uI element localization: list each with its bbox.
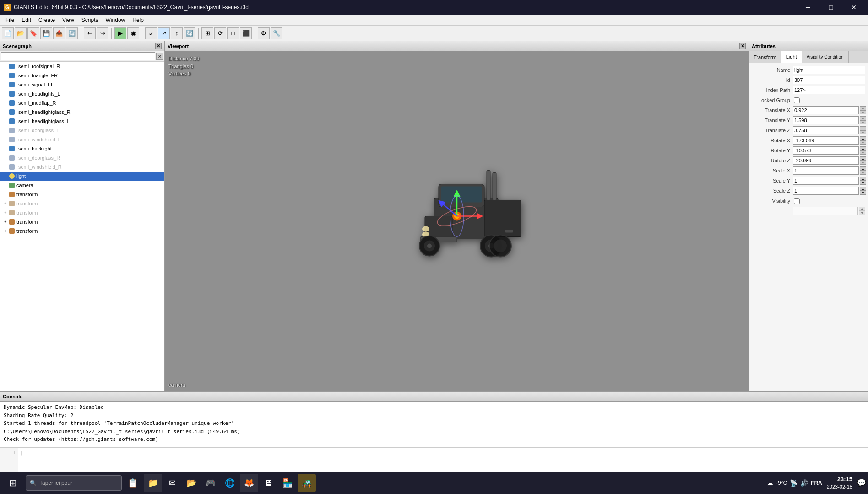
attr-arrow-down-rotate-x[interactable]: ▼ [860, 140, 866, 145]
tree-item-semi_doorglass_R[interactable]: semi_doorglass_R [0, 153, 164, 162]
toolbar-multi[interactable]: 🔄 [184, 27, 195, 39]
toolbar-translate[interactable]: ↙ [145, 27, 157, 39]
taskbar-app-store[interactable]: 🏪 [278, 474, 297, 492]
menu-view[interactable]: View [59, 15, 78, 26]
scenegraph-search-input[interactable] [1, 52, 155, 60]
tree-item-semi_windshield_L[interactable]: semi_windshield_L [0, 135, 164, 144]
toolbar-undo[interactable]: ↩ [84, 27, 96, 39]
attr-arrow-down-translate-x[interactable]: ▼ [860, 110, 866, 114]
toolbar-camera-view[interactable]: □ [227, 27, 239, 39]
attr-arrow-up-rotate-x[interactable]: ▲ [860, 136, 866, 140]
tree-expand[interactable]: + [2, 200, 9, 207]
attr-arrow-up-translate-z[interactable]: ▲ [860, 126, 866, 130]
taskbar-clock[interactable]: 23:15 2023-02-18 [827, 475, 852, 491]
taskbar-app-folder[interactable]: 📂 [182, 474, 201, 492]
tree-item-transform-1[interactable]: transform [0, 190, 164, 199]
attr-arrow-up-rotate-z[interactable]: ▲ [860, 156, 866, 161]
console-input[interactable]: | [18, 448, 868, 475]
toolbar-scale[interactable]: ↕ [171, 27, 183, 39]
viewport-close[interactable]: ✕ [739, 43, 746, 49]
scenegraph-search-clear[interactable]: ✕ [156, 53, 163, 60]
tree-expand[interactable]: + [2, 209, 9, 216]
tree-item-semi_headlightglass_L[interactable]: semi_headlightglass_L [0, 117, 164, 126]
toolbar-settings[interactable]: ⚙ [258, 27, 270, 39]
toolbar-tools[interactable]: 🔧 [271, 27, 282, 39]
attr-input-rotate-x[interactable] [793, 136, 859, 145]
tab-visibility-condition[interactable]: Visibility Condition [802, 51, 849, 63]
toolbar-play[interactable]: ▶ [114, 27, 126, 39]
attr-arrow-down-translate-y[interactable]: ▼ [860, 120, 866, 124]
tree-item-semi_signal_FL[interactable]: semi_signal_FL [0, 80, 164, 89]
close-button[interactable]: ✕ [843, 0, 864, 15]
attr-arrow-down-scale-y[interactable]: ▼ [860, 181, 866, 185]
taskbar-app-firefox[interactable]: 🦊 [240, 474, 258, 492]
attr-arrow-up-rotate-y[interactable]: ▲ [860, 146, 866, 150]
tree-item-camera[interactable]: camera [0, 181, 164, 190]
tab-transform[interactable]: Transform [749, 51, 781, 63]
tree-item-transform-5[interactable]: + transform [0, 226, 164, 236]
cloud-icon[interactable]: ☁ [767, 479, 773, 487]
attr-arrow-down-translate-z[interactable]: ▼ [860, 130, 866, 134]
taskbar-app-browser-edge[interactable]: 🌐 [221, 474, 239, 492]
attr-input-rotate-z[interactable] [793, 156, 859, 165]
scenegraph-close[interactable]: ✕ [155, 43, 162, 49]
attr-input-translate-x[interactable] [793, 106, 859, 114]
attr-arrow-up-scale-x[interactable]: ▲ [860, 166, 866, 171]
notification-icon[interactable]: 💬 [857, 478, 866, 487]
volume-icon[interactable]: 🔊 [800, 479, 808, 487]
tab-light[interactable]: Light [781, 51, 802, 63]
tree-item-transform-3[interactable]: + transform [0, 208, 164, 217]
attr-arrow-down-rotate-y[interactable]: ▼ [860, 150, 866, 155]
tree-item-semi_roofsignal_R[interactable]: semi_roofsignal_R [0, 62, 164, 71]
tree-expand[interactable]: + [2, 218, 9, 226]
tree-expand[interactable]: + [2, 227, 9, 235]
attr-input-index-path[interactable] [793, 86, 865, 94]
attr-arrow-down-clip[interactable]: ▼ [859, 211, 865, 215]
tree-item-semi_headlightglass_R[interactable]: semi_headlightglass_R [0, 107, 164, 117]
tree-item-light[interactable]: light [0, 172, 164, 181]
tree-item-semi_backlight[interactable]: semi_backlight [0, 144, 164, 153]
toolbar-redo[interactable]: ↪ [97, 27, 108, 39]
task-view-button[interactable]: 📋 [124, 474, 142, 492]
tree-item-semi_mudflap_R[interactable]: semi_mudflap_R [0, 98, 164, 107]
attr-arrow-up-translate-x[interactable]: ▲ [860, 106, 866, 110]
tree-item-semi_headlights_L[interactable]: semi_headlights_L [0, 89, 164, 98]
attr-input-clip[interactable] [793, 207, 858, 215]
menu-help[interactable]: Help [129, 15, 147, 26]
viewport-body[interactable]: Distance 7.39 Triangles 0 Vertices 0 [165, 51, 749, 391]
toolbar-open[interactable]: 📂 [15, 27, 27, 39]
attr-input-name[interactable] [793, 66, 865, 74]
toolbar-render[interactable]: ⬛ [240, 27, 252, 39]
tree-item-semi_doorglass_L[interactable]: semi_doorglass_L [0, 126, 164, 135]
attr-arrow-up-scale-y[interactable]: ▲ [860, 177, 866, 181]
attr-input-id[interactable] [793, 76, 865, 84]
menu-file[interactable]: File [2, 15, 18, 26]
toolbar-save[interactable]: 💾 [40, 27, 52, 39]
attr-input-translate-z[interactable] [793, 126, 859, 134]
attr-input-scale-x[interactable] [793, 166, 859, 175]
minimize-button[interactable]: ─ [797, 0, 819, 15]
attr-arrow-down-scale-x[interactable]: ▼ [860, 171, 866, 175]
toolbar-export[interactable]: 📤 [53, 27, 65, 39]
taskbar-search[interactable]: 🔍 Taper ici pour [26, 475, 122, 491]
attr-input-rotate-y[interactable] [793, 146, 859, 155]
toolbar-reset[interactable]: ⟳ [214, 27, 226, 39]
tree-item-transform-2[interactable]: + transform [0, 199, 164, 208]
toolbar-save-as[interactable]: 🔖 [27, 27, 39, 39]
taskbar-app-giants[interactable]: 🚜 [298, 474, 316, 492]
attr-arrow-down-rotate-z[interactable]: ▼ [860, 161, 866, 165]
toolbar-record[interactable]: ◉ [127, 27, 139, 39]
attr-checkbox-locked-group[interactable] [794, 97, 800, 103]
menu-scripts[interactable]: Scripts [78, 15, 102, 26]
maximize-button[interactable]: □ [820, 0, 841, 15]
toolbar-refresh[interactable]: 🔄 [66, 27, 78, 39]
tree-item-semi_triangle_FR[interactable]: semi_triangle_FR [0, 71, 164, 80]
toolbar-grid[interactable]: ⊞ [201, 27, 213, 39]
attr-input-scale-z[interactable] [793, 187, 859, 195]
attr-input-translate-y[interactable] [793, 116, 859, 124]
toolbar-rotate[interactable]: ↗ [158, 27, 170, 39]
attr-arrow-up-translate-y[interactable]: ▲ [860, 116, 866, 120]
taskbar-app-mail[interactable]: ✉ [163, 474, 181, 492]
attr-input-scale-y[interactable] [793, 177, 859, 185]
menu-create[interactable]: Create [35, 15, 59, 26]
